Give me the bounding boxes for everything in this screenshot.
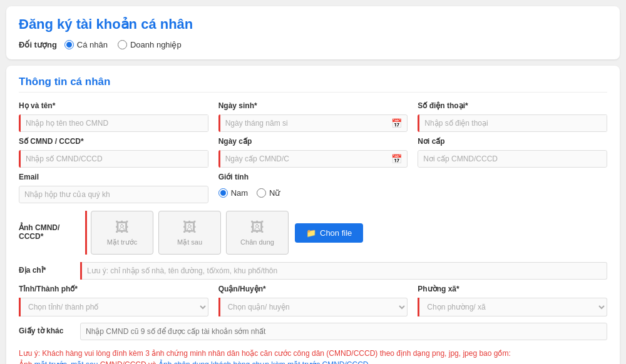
ho-va-ten-field: Họ và tên* bbox=[19, 101, 208, 132]
ngay-cap-input[interactable] bbox=[220, 151, 387, 167]
noi-cap-input[interactable] bbox=[418, 150, 607, 168]
anh-cmnd-label: Ảnh CMND/ CCCD* bbox=[19, 223, 75, 241]
phuong-xa-select[interactable]: Chọn phường/ xã bbox=[419, 298, 607, 316]
ngay-cap-input-wrapper: 📅 bbox=[218, 150, 408, 168]
email-field: Email bbox=[19, 173, 208, 203]
so-cmnd-input[interactable] bbox=[21, 150, 208, 168]
image-icon-3: 🖼 bbox=[250, 220, 264, 236]
ho-va-ten-label: Họ và tên* bbox=[19, 101, 208, 110]
doanh-nghiep-label: Doanh nghiệp bbox=[130, 40, 182, 49]
noi-cap-field: Nơi cấp bbox=[418, 137, 607, 168]
radio-doanh-nghiep[interactable]: Doanh nghiệp bbox=[118, 40, 182, 49]
ho-va-ten-input[interactable] bbox=[21, 114, 208, 132]
mat-truoc-label: Mặt trước bbox=[107, 238, 138, 246]
calendar-icon: 📅 bbox=[386, 118, 407, 128]
giay-to-label: Giấy tờ khác bbox=[19, 326, 75, 335]
tinh-label: Tỉnh/Thành phố* bbox=[19, 285, 208, 293]
ngay-sinh-input[interactable] bbox=[220, 115, 387, 131]
note-1: Lưu ý: Khách hàng vui lòng đính kèm 3 ản… bbox=[19, 348, 607, 364]
noi-cap-label: Nơi cấp bbox=[418, 137, 607, 146]
ngay-sinh-label: Ngày sinh* bbox=[218, 101, 408, 110]
so-dien-thoai-field: Số điện thoại* bbox=[418, 101, 607, 132]
chan-dung-link[interactable]: Ảnh chân dung khách hàng chụp kèm mặt tr… bbox=[158, 360, 368, 364]
mat-truoc-upload[interactable]: 🖼 Mặt trước bbox=[91, 211, 153, 255]
so-cmnd-label: Số CMND / CCCD* bbox=[19, 137, 208, 146]
quan-huyen-label: Quận/Huyện* bbox=[218, 285, 408, 293]
chan-dung-label: Chân dung bbox=[240, 238, 274, 246]
email-input-wrapper bbox=[19, 186, 208, 203]
radio-nam[interactable]: Nam bbox=[218, 188, 248, 198]
mat-sau-link[interactable]: mặt sau bbox=[71, 360, 98, 364]
dia-chi-label: Địa chỉ* bbox=[19, 266, 75, 275]
anh-cmnd-section: Ảnh CMND/ CCCD* 🖼 Mặt trước 🖼 Mặt sau 🖼 … bbox=[19, 211, 607, 255]
nu-label: Nữ bbox=[269, 188, 280, 198]
so-dien-thoai-input-wrapper bbox=[418, 114, 607, 132]
ngay-sinh-input-wrapper: 📅 bbox=[218, 114, 408, 132]
nam-label: Nam bbox=[231, 188, 248, 198]
email-input[interactable] bbox=[19, 186, 208, 203]
tinh-select-wrapper: Chọn tỉnh/ thành phố bbox=[19, 298, 208, 316]
chon-file-label: Chon file bbox=[320, 228, 352, 238]
dia-chi-section: Địa chỉ* bbox=[19, 262, 607, 280]
dia-chi-input[interactable] bbox=[82, 262, 607, 280]
giay-to-input[interactable] bbox=[80, 323, 607, 340]
ngay-cap-field: Ngày cấp 📅 bbox=[218, 137, 408, 168]
mat-truoc-link[interactable]: mặt trước bbox=[34, 360, 67, 364]
so-dien-thoai-input[interactable] bbox=[419, 114, 607, 132]
radio-nu[interactable]: Nữ bbox=[257, 188, 280, 198]
so-cmnd-input-wrapper bbox=[19, 150, 208, 168]
giay-to-section: Giấy tờ khác bbox=[19, 323, 607, 340]
section-title: Thông tin cá nhân bbox=[19, 76, 607, 93]
image-icon-2: 🖼 bbox=[183, 220, 197, 236]
page-title: Đăng ký tài khoản cá nhân bbox=[19, 16, 607, 33]
so-dien-thoai-label: Số điện thoại* bbox=[418, 101, 607, 110]
radio-ca-nhan[interactable]: Cá nhân bbox=[64, 40, 108, 49]
quan-huyen-select[interactable]: Chọn quận/ huyện bbox=[220, 298, 408, 316]
gioi-tinh-label: Giới tính bbox=[218, 173, 408, 181]
chon-file-button[interactable]: 📁 Chon file bbox=[295, 223, 363, 243]
tinh-select[interactable]: Chọn tỉnh/ thành phố bbox=[21, 298, 208, 316]
quan-huyen-field: Quận/Huyện* Chọn quận/ huyện bbox=[218, 285, 408, 316]
noi-cap-input-wrapper bbox=[418, 150, 607, 168]
chan-dung-upload[interactable]: 🖼 Chân dung bbox=[226, 211, 289, 255]
anh-cmnd-row: 🖼 Mặt trước 🖼 Mặt sau 🖼 Chân dung 📁 Chon… bbox=[85, 211, 607, 255]
ca-nhan-label: Cá nhân bbox=[77, 40, 108, 49]
ngay-sinh-field: Ngày sinh* 📅 bbox=[218, 101, 408, 132]
dia-chi-input-wrapper bbox=[80, 262, 607, 280]
gender-row: Nam Nữ bbox=[218, 186, 408, 198]
doi-tuong-label: Đối tượng bbox=[19, 40, 57, 49]
mat-sau-label: Mặt sau bbox=[177, 238, 202, 246]
folder-icon: 📁 bbox=[306, 228, 316, 238]
calendar-icon-2: 📅 bbox=[386, 154, 407, 164]
gioi-tinh-field: Giới tính Nam Nữ bbox=[218, 173, 408, 203]
image-icon-1: 🖼 bbox=[115, 220, 129, 236]
phuong-xa-field: Phường xã* Chọn phường/ xã bbox=[418, 285, 607, 316]
ngay-cap-label: Ngày cấp bbox=[218, 137, 408, 146]
ho-va-ten-input-wrapper bbox=[19, 114, 208, 132]
phuong-xa-select-wrapper: Chọn phường/ xã bbox=[418, 298, 607, 316]
so-cmnd-field: Số CMND / CCCD* bbox=[19, 137, 208, 168]
email-label: Email bbox=[19, 173, 208, 181]
mat-sau-upload[interactable]: 🖼 Mặt sau bbox=[158, 211, 221, 255]
tinh-field: Tỉnh/Thành phố* Chọn tỉnh/ thành phố bbox=[19, 285, 208, 316]
quan-huyen-select-wrapper: Chọn quận/ huyện bbox=[218, 298, 408, 316]
location-row: Tỉnh/Thành phố* Chọn tỉnh/ thành phố Quậ… bbox=[19, 285, 607, 316]
phuong-xa-label: Phường xã* bbox=[418, 285, 607, 293]
